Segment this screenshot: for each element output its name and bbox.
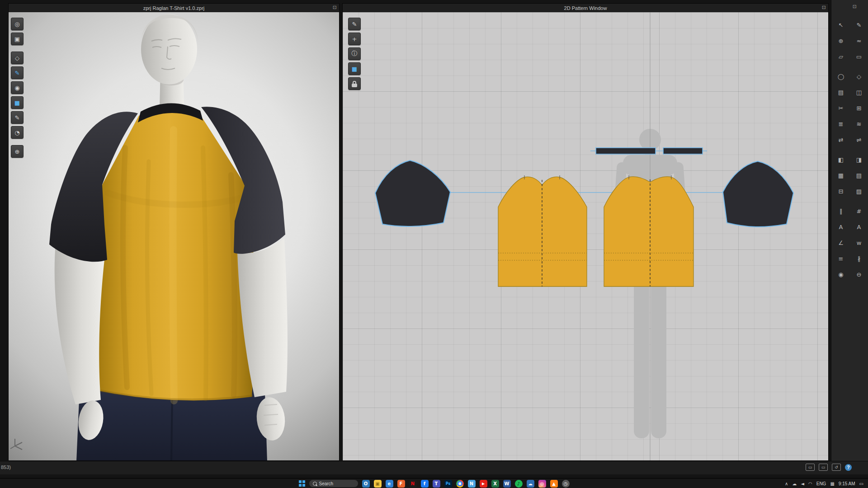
pattern-info-icon[interactable]: ⓘ	[348, 47, 361, 60]
notepad-icon[interactable]: N	[468, 480, 476, 488]
pattern-front-body[interactable]	[498, 175, 587, 286]
2d-window-titlebar[interactable]: 2D Pattern Window ⊡	[343, 4, 828, 13]
transform-pattern-icon[interactable]: +	[348, 33, 361, 45]
2d-window-title: 2D Pattern Window	[564, 5, 607, 11]
pattern-tools-grid: ↖✎ ⊕≈ ▱▭ ◯◇ ▤◫ ✂⊞ ≣≋ ⇄⇌ ◧◨ ▦▤ ⊟▨ ∥# AA ∠…	[835, 20, 865, 285]
search-box[interactable]: Search	[309, 480, 358, 487]
edge-icon[interactable]: e	[386, 480, 393, 488]
avatar-display-icon[interactable]: ◉	[11, 81, 24, 94]
onedrive-icon[interactable]: ☁	[527, 480, 534, 488]
layout-2d-window-icon[interactable]: ▭	[819, 464, 828, 471]
free-sewing-icon[interactable]: ≋	[853, 119, 865, 129]
guideline-icon[interactable]: #	[853, 206, 865, 216]
measure-tape-icon[interactable]: w	[853, 238, 865, 248]
cut-pattern-icon[interactable]: ✂	[835, 103, 847, 113]
trace-pattern-icon[interactable]: ◫	[853, 87, 865, 97]
view-mode-icon[interactable]: ◎	[11, 18, 24, 30]
mannequin-display-icon[interactable]: ◔	[11, 126, 24, 139]
system-tray: ∧ ☁ ◄ ◠ ENG ▦ 9:15 AM ▭	[785, 479, 863, 488]
teams-icon[interactable]: T	[433, 480, 440, 488]
baseline-icon[interactable]: ∥	[835, 206, 847, 216]
print-layout-icon[interactable]: ⊟	[835, 186, 847, 196]
create-dart-icon[interactable]: ◇	[853, 71, 865, 81]
word-icon[interactable]: W	[503, 480, 511, 488]
outlook-icon[interactable]: O	[362, 480, 370, 488]
taskbar: Search O ▣ e F N f T Ps N ▶ X W ♪ ☁ ◎ ▲ …	[0, 478, 868, 488]
spotify-icon[interactable]: ♪	[515, 480, 523, 488]
texture-paint-icon[interactable]: ✎	[11, 66, 24, 79]
chrome-icon[interactable]	[456, 480, 464, 488]
tray-chevron-icon[interactable]: ∧	[785, 481, 788, 486]
create-circle-icon[interactable]: ◯	[835, 71, 847, 81]
create-rectangle-icon[interactable]: ▭	[853, 52, 865, 61]
notification-icon[interactable]: ▭	[859, 481, 863, 486]
zipper-icon[interactable]: ∦	[853, 253, 865, 263]
float-window-icon[interactable]: ⊡	[333, 5, 337, 10]
show-texture-icon[interactable]: ■	[348, 62, 361, 75]
search-icon	[313, 482, 317, 486]
textured-surface-icon[interactable]: ■	[11, 96, 24, 109]
photoshop-icon[interactable]: Ps	[444, 480, 452, 488]
create-polygon-icon[interactable]: ▱	[835, 52, 847, 61]
language-indicator[interactable]: ENG	[816, 481, 826, 486]
scene-display-icon[interactable]: ◇	[11, 52, 24, 64]
world-grid-icon[interactable]: ⊕	[11, 145, 24, 158]
texture-editor-icon[interactable]: ▨	[853, 186, 865, 196]
seam-allowance-icon[interactable]: ▤	[835, 87, 847, 97]
swap-sewing-icon[interactable]: ⇌	[853, 135, 865, 145]
measure-angle-icon[interactable]: ∠	[835, 238, 847, 248]
network-icon[interactable]: ◠	[808, 481, 812, 486]
edit-pattern-icon[interactable]: ✎	[348, 18, 361, 30]
fold-arrangement-icon[interactable]: ◧	[835, 155, 847, 164]
youtube-icon[interactable]: ▶	[480, 480, 487, 488]
flatten-pattern-icon[interactable]: ◨	[853, 155, 865, 164]
netflix-icon[interactable]: N	[409, 480, 417, 488]
3d-window-titlebar[interactable]: zprj Raglan T-Shirt v1.0.zprj ⊡	[9, 4, 339, 13]
garment-display-icon[interactable]: ▣	[11, 33, 24, 45]
vlc-icon[interactable]: ▲	[550, 480, 558, 488]
facebook-icon[interactable]: f	[421, 480, 429, 488]
clock-time[interactable]: 9:15 AM	[839, 481, 855, 486]
pattern-label-icon[interactable]: A	[853, 222, 865, 232]
panel-corner-icon[interactable]: ⊡	[853, 4, 857, 9]
file-explorer-icon[interactable]: ▣	[374, 480, 382, 488]
segment-sewing-icon[interactable]: ≣	[835, 119, 847, 129]
grading-icon[interactable]: ▦	[835, 170, 847, 180]
3d-garment-window: zprj Raglan T-Shirt v1.0.zprj ⊡ ◎ ▣ ◇ ✎ …	[8, 3, 340, 461]
button-icon[interactable]: ◉	[835, 269, 847, 279]
pattern-left-sleeve[interactable]	[375, 160, 450, 226]
onedrive-tray-icon[interactable]: ☁	[792, 481, 797, 486]
buttonhole-icon[interactable]: ⊖	[853, 269, 865, 279]
2d-pattern-window: 2D Pattern Window ⊡ ✎ + ⓘ ■	[342, 3, 829, 461]
reset-layout-icon[interactable]: ↺	[832, 464, 841, 471]
3d-viewport[interactable]: ◎ ▣ ◇ ✎ ◉ ■ ✎ ◔ ⊕	[9, 12, 339, 460]
pattern-back-body[interactable]	[604, 175, 693, 286]
edit-sewing-icon[interactable]: ⇄	[835, 135, 847, 145]
2d-pattern-canvas[interactable]: ✎ + ⓘ ■	[343, 12, 828, 460]
instagram-icon[interactable]: ◎	[538, 480, 546, 488]
float-window-icon[interactable]: ⊡	[822, 5, 826, 10]
pleat-icon[interactable]: ≡	[835, 253, 847, 263]
pattern-right-sleeve[interactable]	[723, 161, 793, 227]
lock-pattern-icon[interactable]	[348, 77, 361, 90]
keyboard-icon[interactable]: ▦	[830, 481, 834, 486]
pen-3d-icon[interactable]: ✎	[11, 111, 24, 124]
annotation-icon[interactable]: A	[835, 222, 847, 232]
edit-curve-point-icon[interactable]: ≈	[853, 36, 865, 46]
edit-curvature-icon[interactable]: ✎	[853, 20, 865, 30]
status-counter: 853)	[1, 465, 11, 470]
view-gizmo[interactable]	[10, 439, 22, 450]
add-point-icon[interactable]: ⊕	[835, 36, 847, 46]
firefox-icon[interactable]: F	[397, 480, 405, 488]
help-icon[interactable]: ?	[845, 464, 852, 471]
transform-pattern-icon[interactable]: ↖	[835, 20, 847, 30]
start-button[interactable]	[299, 480, 305, 487]
pattern-neckband-left[interactable]	[596, 148, 656, 154]
layer-icon[interactable]: ▤	[853, 170, 865, 180]
clone-pattern-icon[interactable]: ⊞	[853, 103, 865, 113]
pattern-neckband-right[interactable]	[663, 148, 703, 154]
excel-icon[interactable]: X	[491, 480, 499, 488]
clock-icon[interactable]: ◷	[562, 480, 570, 488]
volume-icon[interactable]: ◄	[801, 481, 804, 486]
layout-3d-window-icon[interactable]: ▭	[806, 464, 815, 471]
